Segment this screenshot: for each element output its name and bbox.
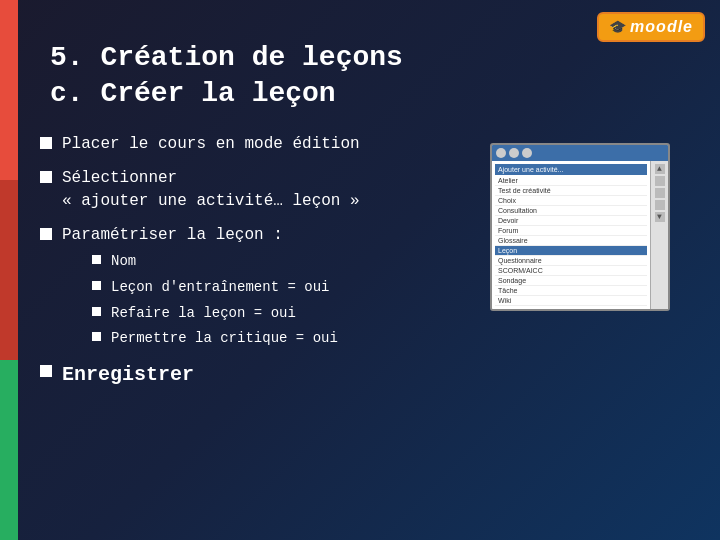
scroll-btn [655, 176, 665, 186]
list-item: Paramétriser la leçon : Nom Leçon d'entr… [40, 224, 470, 349]
bullet-marker [40, 171, 52, 183]
sub-bullet-list: Nom Leçon d'entraînement = oui Refaire l… [92, 252, 338, 348]
slide: 🎓 moodle 5. Création de leçons c. Créer … [0, 0, 720, 540]
window-sidebar: ▲ ▼ [650, 161, 668, 309]
list-item: Atelier [495, 176, 647, 186]
sub-bullet-marker [92, 281, 101, 290]
activity-list: Ajouter une activité... Atelier Test de … [492, 161, 650, 309]
list-item: Sondage [495, 276, 647, 286]
window-button [496, 148, 506, 158]
window-button [522, 148, 532, 158]
bullet-marker [40, 365, 52, 377]
list-header: Ajouter une activité... [495, 164, 647, 175]
list-item: SCORM/AICC [495, 266, 647, 276]
list-item: Test de créativité [495, 186, 647, 196]
content-area: Placer le cours en mode édition Sélectio… [40, 133, 670, 510]
list-item: Placer le cours en mode édition [40, 133, 470, 155]
window-body: Ajouter une activité... Atelier Test de … [492, 161, 668, 309]
bullet-list: Placer le cours en mode édition Sélectio… [40, 133, 470, 510]
list-item: Enregistrer [40, 361, 470, 389]
list-item: Wiki [495, 296, 647, 306]
moodle-logo: 🎓 moodle [597, 12, 705, 42]
list-item: Refaire la leçon = oui [92, 304, 338, 324]
list-item-selected: Leçon [495, 246, 647, 256]
slide-title: 5. Création de leçons c. Créer la leçon [50, 40, 670, 113]
scroll-down-arrow: ▼ [655, 212, 665, 222]
bullet-text-1: Placer le cours en mode édition [62, 133, 360, 155]
title-line1: 5. Création de leçons [50, 40, 670, 76]
bullet-marker [40, 137, 52, 149]
bullet-text-3: Paramétriser la leçon : Nom Leçon d'entr… [62, 224, 338, 349]
list-item: Leçon d'entraînement = oui [92, 278, 338, 298]
moodle-label: moodle [630, 18, 693, 36]
scroll-btn [655, 188, 665, 198]
window-button [509, 148, 519, 158]
bullet-text-4: Enregistrer [62, 361, 194, 389]
list-item: Permettre la critique = oui [92, 329, 338, 349]
window-titlebar [492, 145, 668, 161]
list-item: Questionnaire [495, 256, 647, 266]
bullet-text-2: Sélectionner « ajouter une activité… leç… [62, 167, 360, 212]
scroll-btn [655, 200, 665, 210]
bullet-marker [40, 228, 52, 240]
bar-green [0, 360, 18, 540]
list-item: Devoir [495, 216, 647, 226]
sub-bullet-marker [92, 255, 101, 264]
screenshot-panel: Ajouter une activité... Atelier Test de … [490, 143, 670, 510]
list-item: Tâche [495, 286, 647, 296]
scroll-up-arrow: ▲ [655, 164, 665, 174]
list-item: Choix [495, 196, 647, 206]
list-item: Forum [495, 226, 647, 236]
title-line2: c. Créer la leçon [50, 76, 670, 112]
list-item: Sélectionner « ajouter une activité… leç… [40, 167, 470, 212]
bar-red [0, 0, 18, 180]
bar-darkred [0, 180, 18, 360]
sub-bullet-marker [92, 332, 101, 341]
screenshot-window: Ajouter une activité... Atelier Test de … [490, 143, 670, 311]
list-item: Nom [92, 252, 338, 272]
sub-bullet-marker [92, 307, 101, 316]
list-item: Glossaire [495, 236, 647, 246]
list-item: Consultation [495, 206, 647, 216]
left-bar [0, 0, 18, 540]
moodle-icon: 🎓 [609, 19, 626, 36]
